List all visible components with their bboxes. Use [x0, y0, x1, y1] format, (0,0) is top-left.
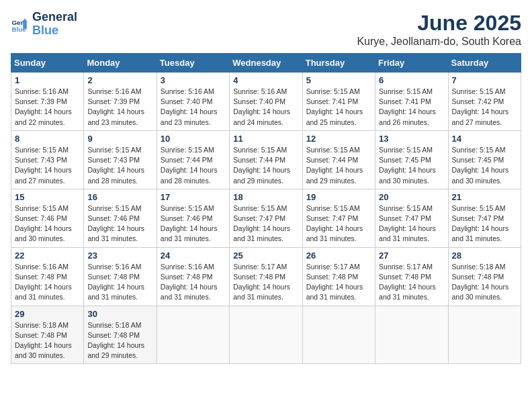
cell-empty: [230, 306, 302, 364]
cell-jun23: 23 Sunrise: 5:16 AMSunset: 7:48 PMDaylig…: [84, 247, 157, 306]
table-row: 8 Sunrise: 5:15 AMSunset: 7:43 PMDayligh…: [11, 130, 521, 189]
cell-empty: [375, 306, 448, 364]
cell-jun10: 10 Sunrise: 5:15 AMSunset: 7:44 PMDaylig…: [157, 130, 229, 189]
header-friday: Friday: [375, 54, 448, 73]
cell-jun12: 12 Sunrise: 5:15 AMSunset: 7:44 PMDaylig…: [302, 130, 375, 189]
cell-jun30: 30 Sunrise: 5:18 AMSunset: 7:48 PMDaylig…: [84, 306, 157, 364]
cell-jun29: 29 Sunrise: 5:18 AMSunset: 7:48 PMDaylig…: [11, 306, 84, 364]
cell-jun9: 9 Sunrise: 5:15 AMSunset: 7:43 PMDayligh…: [84, 130, 157, 189]
cell-jun4: 4 Sunrise: 5:16 AMSunset: 7:40 PMDayligh…: [230, 73, 302, 131]
header-saturday: Saturday: [448, 54, 521, 73]
cell-empty: [302, 306, 375, 364]
table-row: 22 Sunrise: 5:16 AMSunset: 7:48 PMDaylig…: [11, 247, 521, 306]
cell-empty: [157, 306, 229, 364]
header-wednesday: Wednesday: [230, 54, 302, 73]
cell-jun1: 1 Sunrise: 5:16 AMSunset: 7:39 PMDayligh…: [11, 73, 84, 131]
cell-jun24: 24 Sunrise: 5:16 AMSunset: 7:48 PMDaylig…: [157, 247, 229, 306]
cell-jun2: 2 Sunrise: 5:16 AMSunset: 7:39 PMDayligh…: [84, 73, 157, 131]
calendar-table: Sunday Monday Tuesday Wednesday Thursday…: [11, 53, 521, 364]
header-row: Sunday Monday Tuesday Wednesday Thursday…: [11, 54, 521, 73]
calendar-subtitle: Kurye, Jeollanam-do, South Korea: [357, 36, 521, 48]
title-block: June 2025 Kurye, Jeollanam-do, South Kor…: [357, 11, 521, 48]
cell-jun26: 26 Sunrise: 5:17 AMSunset: 7:48 PMDaylig…: [302, 247, 375, 306]
logo: Gen Blue General Blue: [11, 11, 77, 38]
cell-jun5: 5 Sunrise: 5:15 AMSunset: 7:41 PMDayligh…: [302, 73, 375, 131]
cell-empty: [448, 306, 521, 364]
header-sunday: Sunday: [11, 54, 84, 73]
cell-jun20: 20 Sunrise: 5:15 AMSunset: 7:47 PMDaylig…: [375, 189, 448, 247]
cell-jun21: 21 Sunrise: 5:15 AMSunset: 7:47 PMDaylig…: [448, 189, 521, 247]
cell-jun15: 15 Sunrise: 5:15 AMSunset: 7:46 PMDaylig…: [11, 189, 84, 247]
cell-jun14: 14 Sunrise: 5:15 AMSunset: 7:45 PMDaylig…: [448, 130, 521, 189]
header-tuesday: Tuesday: [157, 54, 229, 73]
page-header: Gen Blue General Blue June 2025 Kurye, J…: [11, 11, 521, 48]
cell-jun17: 17 Sunrise: 5:15 AMSunset: 7:46 PMDaylig…: [157, 189, 229, 247]
table-row: 29 Sunrise: 5:18 AMSunset: 7:48 PMDaylig…: [11, 306, 521, 364]
cell-jun6: 6 Sunrise: 5:15 AMSunset: 7:41 PMDayligh…: [375, 73, 448, 131]
cell-jun13: 13 Sunrise: 5:15 AMSunset: 7:45 PMDaylig…: [375, 130, 448, 189]
cell-jun19: 19 Sunrise: 5:15 AMSunset: 7:47 PMDaylig…: [302, 189, 375, 247]
cell-jun22: 22 Sunrise: 5:16 AMSunset: 7:48 PMDaylig…: [11, 247, 84, 306]
calendar-title: June 2025: [357, 11, 521, 36]
cell-jun27: 27 Sunrise: 5:17 AMSunset: 7:48 PMDaylig…: [375, 247, 448, 306]
cell-jun11: 11 Sunrise: 5:15 AMSunset: 7:44 PMDaylig…: [230, 130, 302, 189]
header-monday: Monday: [84, 54, 157, 73]
table-row: 15 Sunrise: 5:15 AMSunset: 7:46 PMDaylig…: [11, 189, 521, 247]
cell-jun8: 8 Sunrise: 5:15 AMSunset: 7:43 PMDayligh…: [11, 130, 84, 189]
cell-jun3: 3 Sunrise: 5:16 AMSunset: 7:40 PMDayligh…: [157, 73, 229, 131]
cell-jun7: 7 Sunrise: 5:15 AMSunset: 7:42 PMDayligh…: [448, 73, 521, 131]
logo-icon: Gen Blue: [11, 15, 30, 34]
header-thursday: Thursday: [302, 54, 375, 73]
cell-jun25: 25 Sunrise: 5:17 AMSunset: 7:48 PMDaylig…: [230, 247, 302, 306]
table-row: 1 Sunrise: 5:16 AMSunset: 7:39 PMDayligh…: [11, 73, 521, 131]
cell-jun16: 16 Sunrise: 5:15 AMSunset: 7:46 PMDaylig…: [84, 189, 157, 247]
cell-jun18: 18 Sunrise: 5:15 AMSunset: 7:47 PMDaylig…: [230, 189, 302, 247]
cell-jun28: 28 Sunrise: 5:18 AMSunset: 7:48 PMDaylig…: [448, 247, 521, 306]
logo-text: General Blue: [32, 11, 77, 38]
